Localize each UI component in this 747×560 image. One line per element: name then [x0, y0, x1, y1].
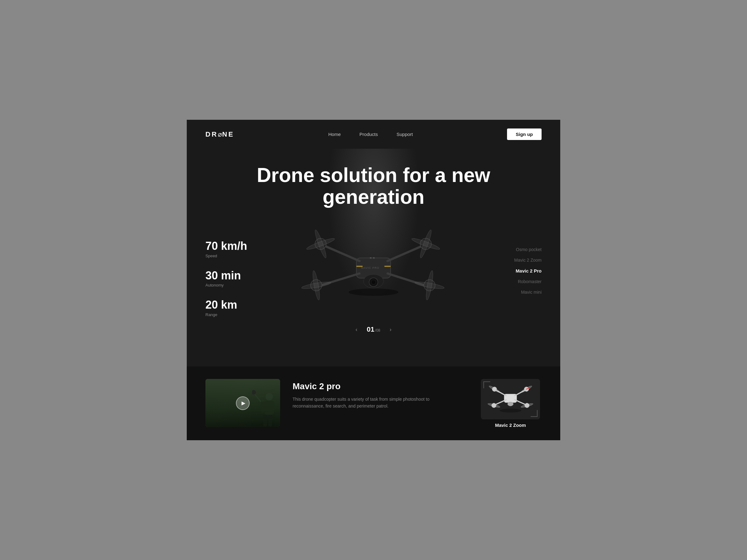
- svg-point-47: [508, 402, 513, 406]
- bottom-section: ▶ Mavic 2 pro This drone quadcopter suit…: [187, 367, 560, 440]
- product-item-mavicmini[interactable]: Mavic mini: [514, 290, 542, 295]
- svg-point-49: [499, 408, 521, 412]
- svg-rect-31: [268, 415, 272, 427]
- svg-text:MAVIC PRO: MAVIC PRO: [361, 266, 380, 269]
- hero-section: Drone solution for a newgeneration 70 km…: [187, 149, 560, 367]
- product-item-robomaster[interactable]: Robomaster: [514, 279, 542, 284]
- svg-rect-4: [370, 257, 371, 259]
- carousel-total: /08: [375, 328, 380, 332]
- svg-point-3: [371, 280, 376, 284]
- nav-products[interactable]: Products: [360, 132, 378, 137]
- svg-line-37: [495, 400, 507, 405]
- carousel-number: 01: [367, 325, 374, 333]
- video-thumbnail[interactable]: ▶: [205, 379, 280, 427]
- stat-speed: 70 km/h Speed: [205, 240, 247, 258]
- svg-point-40: [488, 385, 500, 394]
- stat-range: 20 km Range: [205, 299, 247, 317]
- svg-rect-28: [261, 402, 264, 412]
- product-item-osmo[interactable]: Osmo pocket: [514, 247, 542, 252]
- nav: Home Products Support: [328, 132, 413, 137]
- drone-zoom-image: [481, 379, 540, 419]
- svg-point-25: [349, 288, 398, 296]
- svg-line-6: [324, 245, 360, 261]
- product-item-mavic2pro[interactable]: Mavic 2 Pro: [514, 268, 542, 273]
- svg-point-33: [252, 390, 256, 395]
- product-description: This drone quadcopter suits a variety of…: [292, 396, 442, 410]
- carousel-prev-button[interactable]: ‹: [352, 325, 360, 334]
- stats-panel: 70 km/h Speed 30 min Autonomy 20 km Rang…: [205, 240, 247, 328]
- svg-rect-24: [384, 266, 391, 267]
- play-icon: ▶: [241, 400, 245, 406]
- product-info: Mavic 2 pro This drone quadcopter suits …: [292, 379, 467, 410]
- drone-image-area: MAVIC PRO: [283, 214, 464, 320]
- stat-speed-value: 70 km/h: [205, 240, 247, 252]
- drone-zoom-label: Mavic 2 Zoom: [495, 423, 526, 428]
- stat-range-label: Range: [205, 312, 247, 317]
- stat-autonomy-label: Autonomy: [205, 283, 247, 288]
- stat-speed-label: Speed: [205, 254, 247, 258]
- carousel-next-button[interactable]: ›: [387, 325, 395, 334]
- logo: DR⌀NE: [205, 130, 234, 138]
- header: DR⌀NE Home Products Support Sign up: [187, 120, 560, 149]
- svg-rect-30: [263, 415, 267, 427]
- carousel-controls: ‹ 01 /08 ›: [352, 325, 395, 334]
- stat-autonomy: 30 min Autonomy: [205, 269, 247, 288]
- svg-rect-29: [271, 402, 275, 412]
- play-button[interactable]: ▶: [236, 396, 250, 410]
- carousel-current: 01 /08: [367, 325, 380, 334]
- drone-zoom-panel: Mavic 2 Zoom: [479, 379, 542, 428]
- svg-rect-5: [373, 257, 375, 259]
- product-list: Osmo pocket Mavic 2 Zoom Mavic 2 Pro Rob…: [514, 247, 542, 300]
- product-item-mavic2zoom[interactable]: Mavic 2 Zoom: [514, 258, 542, 263]
- svg-rect-23: [356, 266, 363, 267]
- drone-svg: MAVIC PRO: [283, 214, 464, 320]
- svg-line-7: [387, 245, 423, 261]
- product-title: Mavic 2 pro: [292, 381, 467, 391]
- page-wrapper: DR⌀NE Home Products Support Sign up Dron…: [187, 120, 560, 440]
- svg-point-26: [265, 393, 273, 400]
- nav-home[interactable]: Home: [328, 132, 341, 137]
- hero-headline: Drone solution for a newgeneration: [257, 164, 490, 208]
- nav-support[interactable]: Support: [396, 132, 413, 137]
- stat-range-value: 20 km: [205, 299, 247, 311]
- stat-autonomy-value: 30 min: [205, 269, 247, 282]
- signup-button[interactable]: Sign up: [507, 129, 542, 140]
- svg-line-38: [515, 400, 526, 405]
